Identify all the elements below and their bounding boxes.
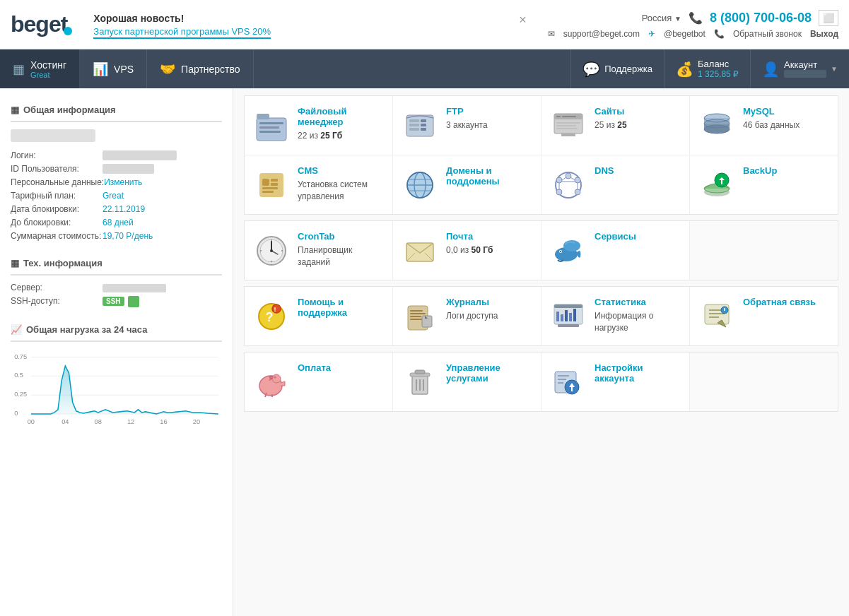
block-date-row: Дата блокировки: 22.11.2019 [11,204,222,214]
domains-title[interactable]: Домены и поддомены [446,165,534,186]
mail-icon [400,231,439,270]
file-manager-icon [252,106,291,145]
personal-value[interactable]: Изменить [104,177,142,187]
ftp-title[interactable]: FTP [446,106,534,117]
logs-icon [400,297,439,336]
personal-label: Персональные данные: [11,177,104,187]
nav-support[interactable]: 💬 Поддержка [570,49,664,88]
support-email-link[interactable]: support@beget.com [563,29,640,39]
main-content: ▦ Общая информация Логин: •••••• ID Поль… [0,88,849,616]
svg-text:0.75: 0.75 [14,353,27,360]
callback-link[interactable]: Обратный звонок [733,29,802,39]
general-info-title: ▦ Общая информация [11,99,222,122]
mail-title[interactable]: Почта [446,231,534,242]
services-title[interactable]: Сервисы [595,231,682,242]
grid-section-1: Файловый менеджер 22 из 25 Гб [244,95,838,215]
nav-hosting[interactable]: ▦ Хостинг Great [0,49,80,88]
payment-content: Оплата [298,362,385,376]
logo-text: beget [11,11,67,37]
mysql-content: MySQL 46 баз данных [743,106,831,131]
file-manager-title[interactable]: Файловый менеджер [298,106,385,127]
until-block-row: До блокировки: 68 дней [11,218,222,227]
svg-point-59 [575,189,580,195]
user-avatar-bar [11,129,95,142]
ftp-desc: 3 аккаунта [446,119,534,131]
stats-title[interactable]: Статистика [595,297,682,307]
server-label: Сервер: [11,283,103,292]
nav-account[interactable]: 👤 Аккаунт ▼ [750,49,849,88]
top-right-row2: ✉ support@beget.com ✈ @begetbot 📞 Обратн… [548,29,838,39]
payment-title[interactable]: Оплата [298,362,385,373]
help-title[interactable]: Помощь и поддержка [298,297,385,318]
backup-title[interactable]: BackUp [743,165,831,176]
phone-number[interactable]: 8 (800) 700-06-08 [710,11,812,25]
svg-point-111 [272,374,281,383]
help-icon: ! ? [252,297,291,336]
nav-balance[interactable]: 💰 Баланс 1 325,85 ₽ [664,49,750,88]
svg-rect-98 [561,314,563,321]
file-manager-content: Файловый менеджер 22 из 25 Гб [298,106,385,142]
logs-title[interactable]: Журналы [446,297,534,307]
telegram-link[interactable]: @begetbot [664,29,705,39]
cms-title[interactable]: CMS [298,165,385,176]
crontab-title[interactable]: CronTab [298,231,385,242]
svg-rect-96 [554,304,582,308]
svg-rect-16 [257,114,269,119]
backup-icon [697,165,736,204]
ssh-status-badge: SSH [103,296,139,307]
crontab-desc: Планировщик заданий [298,244,385,268]
top-right-row1: Россия ▼ 📞 8 (800) 700-06-08 ⬜ [548,10,838,26]
ssh-row: SSH-доступ: SSH [11,296,222,307]
general-info-icon: ▦ [11,105,19,115]
load-section: 📈 Общая нагрузка за 24 часа 0.75 0.5 0.2… [11,319,222,434]
svg-rect-33 [556,128,578,129]
cell-ftp: FTP 3 аккаунта [393,96,541,155]
monitor-icon[interactable]: ⬜ [819,10,838,26]
block-date-label: Дата блокировки: [11,204,103,214]
svg-text:!: ! [274,306,276,313]
account-settings-title[interactable]: Настройки аккаунта [595,362,682,384]
dns-title[interactable]: DNS [595,165,682,176]
top-right: Россия ▼ 📞 8 (800) 700-06-08 ⬜ ✉ support… [548,10,838,39]
svg-point-83 [560,251,561,252]
feedback-title[interactable]: Обратная связь [743,297,831,307]
cell-cms: CMS Установка систем управления [245,155,393,214]
svg-rect-48 [262,191,274,193]
tech-info-title: ▦ Тех. информация [11,252,222,276]
svg-point-112 [274,376,276,378]
region-selector[interactable]: Россия ▼ [642,13,681,23]
cost-label: Суммарная стоимость: [11,231,103,241]
svg-rect-101 [573,309,576,321]
notification-close-icon[interactable]: × [519,13,527,28]
cms-desc: Установка систем управления [298,179,385,203]
sites-desc: 25 из 25 [595,119,682,131]
logs-content: Журналы Логи доступа [446,297,534,322]
partnership-main-label: Партнерство [181,64,240,75]
nav-partnership-label: Партнерство [181,64,240,75]
sites-title[interactable]: Сайты [595,106,682,117]
manage-icon [400,362,439,401]
nav-partnership[interactable]: 🤝 Партнерство [147,49,254,88]
svg-rect-102 [558,324,579,327]
mysql-title[interactable]: MySQL [743,106,831,117]
cell-empty-1 [690,221,838,280]
svg-rect-18 [259,126,279,129]
notification-link[interactable]: Запуск партнерской программы VPS 20% [93,26,271,39]
logout-link[interactable]: Выход [810,29,838,39]
server-row: Сервер: [11,283,222,292]
svg-line-62 [570,177,575,180]
ssh-label: SSH-доступ: [11,296,103,307]
ftp-content: FTP 3 аккаунта [446,106,534,131]
nav-vps-label: VPS [114,64,134,75]
plan-value[interactable]: Great [103,191,124,201]
manage-title[interactable]: Управление услугами [446,362,534,384]
cell-empty-2 [690,353,838,411]
logo[interactable]: beget [11,11,72,37]
nav-vps[interactable]: 📊 VPS [80,49,147,88]
svg-text:?: ? [265,310,273,324]
logo-dot [64,27,72,35]
ftp-icon [400,106,439,145]
dns-content: DNS [595,165,682,179]
dns-icon [549,165,587,204]
mysql-icon [697,106,736,145]
